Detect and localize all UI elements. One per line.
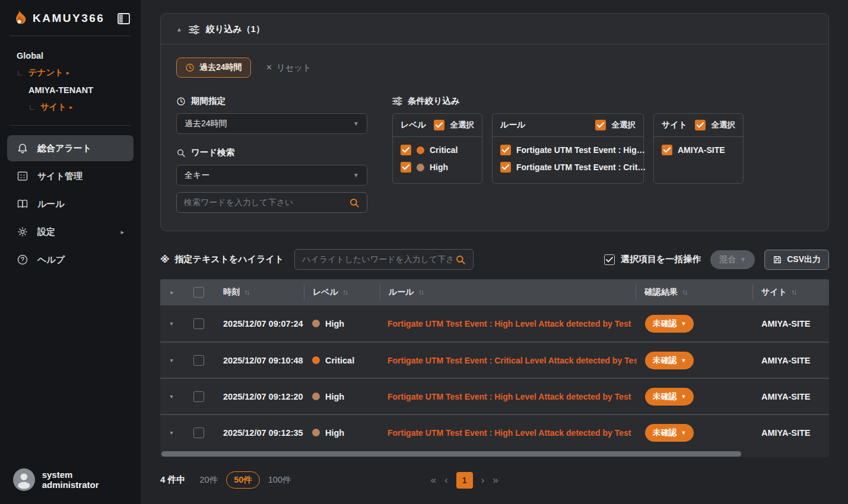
tree-node-site[interactable]: ∟ サイト ▸ — [17, 98, 141, 116]
site-arrow-icon: ▸ — [69, 104, 72, 110]
tree-global-label: Global — [17, 51, 43, 60]
site-box-title: サイト — [662, 120, 689, 130]
clock-icon — [176, 97, 186, 106]
alert-rule-link[interactable]: Fortigate UTM Test Event : Critical Leve… — [379, 356, 637, 365]
page-size-20[interactable]: 20件 — [200, 474, 218, 486]
help-icon — [17, 254, 28, 266]
page-size-100[interactable]: 100件 — [268, 474, 291, 486]
rule-high-checkbox[interactable] — [500, 145, 511, 155]
rule-option-critical[interactable]: Fortigate UTM Test Event : Crit… — [500, 162, 636, 173]
rule-option-high[interactable]: Fortigate UTM Test Event : Hig… — [500, 145, 636, 155]
column-header-level[interactable]: レベル↑↓ — [304, 287, 380, 298]
column-header-time[interactable]: 時刻↑↓ — [215, 287, 304, 298]
row-expand-caret-icon[interactable]: ▾ — [170, 320, 173, 327]
select-all-rows-checkbox[interactable] — [193, 287, 204, 298]
search-icon[interactable] — [455, 254, 466, 265]
nav-item-settings[interactable]: 設定 ▸ — [7, 219, 134, 245]
collapse-caret-icon[interactable]: ▲ — [176, 26, 182, 33]
alert-rule-link[interactable]: Fortigate UTM Test Event : High Level At… — [379, 428, 637, 438]
app-root: KAMUY366 Global ∟ テナント ▸ AMIYA-TENANT — [0, 0, 848, 504]
status-badge[interactable]: 未確認▼ — [645, 315, 694, 333]
bulk-operation-checkbox[interactable] — [604, 254, 615, 265]
rule-critical-checkbox[interactable] — [500, 162, 511, 173]
search-icon[interactable] — [349, 197, 360, 208]
sort-icon[interactable]: ↑↓ — [791, 288, 796, 296]
last-page-button[interactable]: » — [493, 474, 498, 486]
filter-panel-header[interactable]: ▲ 絞り込み（1） — [161, 14, 828, 44]
level-option-high[interactable]: High — [401, 162, 474, 173]
row-expand-caret-icon[interactable]: ▾ — [170, 393, 173, 400]
highlight-input[interactable]: ハイライトしたいワードを入力して下さい — [294, 249, 474, 270]
status-badge[interactable]: 未確認▼ — [645, 388, 694, 406]
sort-icon[interactable]: ↑↓ — [244, 288, 249, 296]
row-checkbox[interactable] — [193, 318, 204, 329]
sort-icon[interactable]: ↑↓ — [342, 288, 347, 296]
nav-item-help[interactable]: ヘルプ — [7, 247, 134, 273]
rule-select-all-checkbox[interactable] — [595, 120, 606, 130]
brand-row: KAMUY366 — [0, 0, 141, 36]
sidebar-nav: 総合アラート サイト管理 — [0, 126, 141, 284]
tree-node-tenant[interactable]: ∟ テナント ▸ — [17, 64, 141, 81]
csv-export-button[interactable]: CSV出力 — [764, 250, 829, 270]
level-select-all-checkbox[interactable] — [434, 120, 444, 130]
level-option-critical[interactable]: Critical — [401, 145, 474, 155]
column-header-rule[interactable]: ルール↑↓ — [380, 287, 636, 298]
tenant-arrow-icon: ▸ — [66, 69, 69, 76]
alert-level: High — [304, 319, 379, 328]
row-checkbox[interactable] — [193, 428, 204, 438]
alert-site: AMIYA-SITE — [753, 428, 829, 438]
sidebar-spacer — [0, 284, 141, 458]
horizontal-scrollbar[interactable] — [160, 450, 829, 457]
bulk-action-select[interactable]: 混合 ▼ — [710, 250, 755, 269]
site-select-all-checkbox[interactable] — [695, 120, 706, 130]
tenant-link[interactable]: テナント — [28, 67, 63, 78]
next-page-button[interactable]: › — [481, 474, 485, 486]
site-checkbox[interactable] — [662, 145, 672, 155]
level-dot — [312, 393, 320, 400]
site-link[interactable]: サイト — [40, 101, 67, 113]
nav-item-rules[interactable]: ルール — [7, 191, 134, 217]
status-badge[interactable]: 未確認▼ — [645, 424, 694, 442]
current-page-button[interactable]: 1 — [456, 472, 473, 489]
first-page-button[interactable]: « — [431, 474, 436, 486]
row-expand-caret-icon[interactable]: ▾ — [170, 357, 173, 363]
column-header-site[interactable]: サイト↑↓ — [753, 287, 829, 298]
alert-rule-link[interactable]: Fortigate UTM Test Event : High Level At… — [379, 319, 637, 328]
table-row: ▾ 2025/12/07 09:12:20 High Fortigate UTM… — [160, 378, 829, 414]
word-key-select[interactable]: 全キー ▼ — [176, 165, 367, 186]
sort-icon[interactable]: ↑↓ — [682, 288, 687, 296]
nav-item-site-management[interactable]: サイト管理 — [7, 163, 134, 189]
active-filter-chip[interactable]: 過去24時間 — [176, 58, 251, 78]
chevron-down-icon: ▼ — [681, 394, 687, 400]
period-section-label: 期間指定 — [176, 95, 367, 107]
table-row: ▾ 2025/12/07 09:10:48 Critical Fortigate… — [160, 342, 829, 378]
reset-filters-button[interactable]: × リセット — [266, 62, 312, 74]
scrollbar-thumb[interactable] — [161, 451, 741, 457]
rule-box-header: ルール 全選択 — [493, 114, 643, 137]
page-size-50[interactable]: 50件 — [226, 471, 260, 489]
high-checkbox[interactable] — [401, 162, 411, 173]
filter-left-column: 期間指定 過去24時間 ▼ ワード検索 全キー ▼ — [176, 90, 367, 213]
column-header-status[interactable]: 確認結果↑↓ — [636, 287, 752, 298]
alert-rule-link[interactable]: Fortigate UTM Test Event : High Level At… — [379, 392, 637, 401]
site-option-amiya[interactable]: AMIYA-SITE — [662, 145, 735, 155]
sort-icon[interactable]: ↑↓ — [418, 288, 423, 296]
row-checkbox[interactable] — [193, 355, 204, 366]
row-checkbox[interactable] — [193, 391, 204, 402]
alert-time: 2025/12/07 09:07:24 — [215, 319, 304, 328]
user-account[interactable]: system administrator — [0, 458, 141, 504]
expand-all-caret-icon[interactable]: ▾ — [170, 289, 173, 296]
period-select[interactable]: 過去24時間 ▼ — [176, 113, 367, 134]
sidebar-collapse-icon[interactable] — [117, 13, 130, 24]
highlight-label: ※ 指定テキストをハイライト — [160, 254, 284, 265]
prev-page-button[interactable]: ‹ — [444, 474, 448, 486]
site-box-items: AMIYA-SITE — [654, 137, 743, 164]
word-search-input[interactable]: 検索ワードを入力して下さい — [176, 192, 367, 213]
sliders-icon — [189, 25, 199, 34]
status-badge[interactable]: 未確認▼ — [645, 352, 694, 369]
bulk-operation-toggle[interactable]: 選択項目を一括操作 — [604, 254, 701, 265]
row-expand-caret-icon[interactable]: ▾ — [170, 429, 173, 436]
page-size-options: 20件 50件 100件 — [200, 471, 291, 489]
critical-checkbox[interactable] — [401, 145, 411, 155]
nav-item-alerts[interactable]: 総合アラート — [7, 135, 134, 161]
